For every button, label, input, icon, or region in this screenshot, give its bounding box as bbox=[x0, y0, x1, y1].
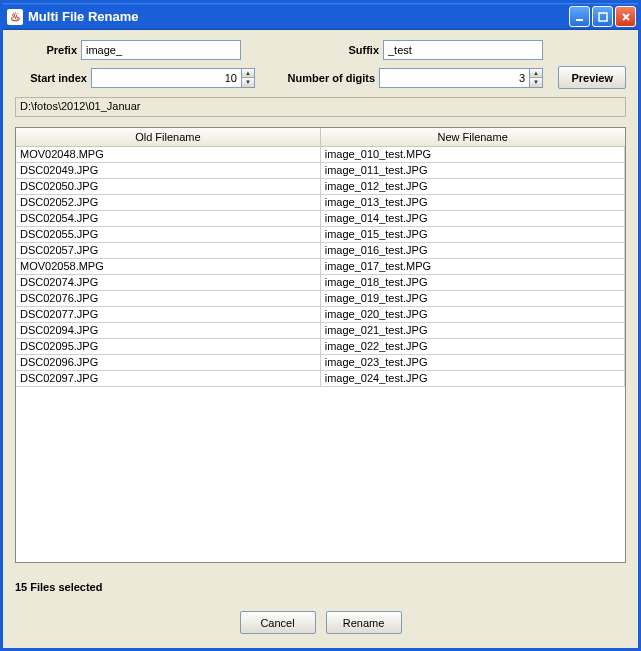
rename-button[interactable]: Rename bbox=[326, 611, 402, 634]
col-old-filename[interactable]: Old Filename bbox=[16, 128, 320, 146]
cell-new-filename: image_018_test.JPG bbox=[320, 274, 624, 290]
cell-old-filename: DSC02094.JPG bbox=[16, 322, 320, 338]
table-row[interactable]: DSC02077.JPGimage_020_test.JPG bbox=[16, 306, 625, 322]
table-row[interactable]: DSC02096.JPGimage_023_test.JPG bbox=[16, 354, 625, 370]
cell-new-filename: image_010_test.MPG bbox=[320, 146, 624, 162]
spinner-down-icon[interactable]: ▼ bbox=[530, 78, 542, 87]
col-new-filename[interactable]: New Filename bbox=[320, 128, 624, 146]
cell-old-filename: DSC02052.JPG bbox=[16, 194, 320, 210]
table-row[interactable]: DSC02095.JPGimage_022_test.JPG bbox=[16, 338, 625, 354]
svg-rect-1 bbox=[599, 13, 607, 21]
start-index-spinner[interactable]: ▲ ▼ bbox=[91, 68, 255, 88]
spinner-up-icon[interactable]: ▲ bbox=[242, 69, 254, 79]
cell-old-filename: DSC02054.JPG bbox=[16, 210, 320, 226]
digits-label: Number of digits bbox=[275, 72, 375, 84]
cell-old-filename: DSC02049.JPG bbox=[16, 162, 320, 178]
table-row[interactable]: DSC02052.JPGimage_013_test.JPG bbox=[16, 194, 625, 210]
spinner-up-icon[interactable]: ▲ bbox=[530, 69, 542, 79]
app-window: ♨ Multi File Rename Prefix Suffix Start … bbox=[0, 0, 641, 651]
table-row[interactable]: DSC02050.JPGimage_012_test.JPG bbox=[16, 178, 625, 194]
status-text: 15 Files selected bbox=[15, 581, 626, 593]
table-row[interactable]: DSC02097.JPGimage_024_test.JPG bbox=[16, 370, 625, 386]
cell-new-filename: image_024_test.JPG bbox=[320, 370, 624, 386]
start-index-input[interactable] bbox=[91, 68, 241, 88]
titlebar[interactable]: ♨ Multi File Rename bbox=[3, 3, 638, 30]
table-row[interactable]: DSC02074.JPGimage_018_test.JPG bbox=[16, 274, 625, 290]
close-button[interactable] bbox=[615, 6, 636, 27]
minimize-icon bbox=[575, 12, 585, 22]
window-title: Multi File Rename bbox=[28, 9, 567, 24]
cell-new-filename: image_017_test.MPG bbox=[320, 258, 624, 274]
digits-spinner[interactable]: ▲ ▼ bbox=[379, 68, 543, 88]
cell-new-filename: image_022_test.JPG bbox=[320, 338, 624, 354]
svg-rect-0 bbox=[576, 19, 583, 21]
cell-new-filename: image_021_test.JPG bbox=[320, 322, 624, 338]
cell-new-filename: image_013_test.JPG bbox=[320, 194, 624, 210]
cell-new-filename: image_020_test.JPG bbox=[320, 306, 624, 322]
close-icon bbox=[621, 12, 631, 22]
table-row[interactable]: DSC02055.JPGimage_015_test.JPG bbox=[16, 226, 625, 242]
table-row[interactable]: DSC02054.JPGimage_014_test.JPG bbox=[16, 210, 625, 226]
prefix-input[interactable] bbox=[81, 40, 241, 60]
cell-old-filename: DSC02076.JPG bbox=[16, 290, 320, 306]
file-table: Old Filename New Filename MOV02048.MPGim… bbox=[15, 127, 626, 563]
suffix-input[interactable] bbox=[383, 40, 543, 60]
cell-new-filename: image_023_test.JPG bbox=[320, 354, 624, 370]
table-row[interactable]: MOV02048.MPGimage_010_test.MPG bbox=[16, 146, 625, 162]
cell-old-filename: DSC02055.JPG bbox=[16, 226, 320, 242]
maximize-icon bbox=[598, 12, 608, 22]
preview-button[interactable]: Preview bbox=[558, 66, 626, 89]
start-index-label: Start index bbox=[15, 72, 87, 84]
minimize-button[interactable] bbox=[569, 6, 590, 27]
table-row[interactable]: MOV02058.MPGimage_017_test.MPG bbox=[16, 258, 625, 274]
cell-old-filename: DSC02096.JPG bbox=[16, 354, 320, 370]
cell-new-filename: image_019_test.JPG bbox=[320, 290, 624, 306]
cell-new-filename: image_016_test.JPG bbox=[320, 242, 624, 258]
cell-old-filename: DSC02097.JPG bbox=[16, 370, 320, 386]
cancel-button[interactable]: Cancel bbox=[240, 611, 316, 634]
cell-old-filename: DSC02095.JPG bbox=[16, 338, 320, 354]
cell-old-filename: DSC02057.JPG bbox=[16, 242, 320, 258]
path-display: D:\fotos\2012\01_Januar bbox=[15, 97, 626, 117]
prefix-label: Prefix bbox=[15, 44, 77, 56]
table-row[interactable]: DSC02049.JPGimage_011_test.JPG bbox=[16, 162, 625, 178]
content-area: Prefix Suffix Start index ▲ ▼ Number of … bbox=[3, 30, 638, 648]
cell-new-filename: image_012_test.JPG bbox=[320, 178, 624, 194]
cell-old-filename: MOV02048.MPG bbox=[16, 146, 320, 162]
cell-old-filename: DSC02077.JPG bbox=[16, 306, 320, 322]
cell-new-filename: image_014_test.JPG bbox=[320, 210, 624, 226]
java-icon: ♨ bbox=[7, 9, 23, 25]
cell-new-filename: image_011_test.JPG bbox=[320, 162, 624, 178]
table-row[interactable]: DSC02076.JPGimage_019_test.JPG bbox=[16, 290, 625, 306]
table-row[interactable]: DSC02057.JPGimage_016_test.JPG bbox=[16, 242, 625, 258]
spinner-down-icon[interactable]: ▼ bbox=[242, 78, 254, 87]
cell-new-filename: image_015_test.JPG bbox=[320, 226, 624, 242]
maximize-button[interactable] bbox=[592, 6, 613, 27]
cell-old-filename: MOV02058.MPG bbox=[16, 258, 320, 274]
cell-old-filename: DSC02050.JPG bbox=[16, 178, 320, 194]
table-row[interactable]: DSC02094.JPGimage_021_test.JPG bbox=[16, 322, 625, 338]
cell-old-filename: DSC02074.JPG bbox=[16, 274, 320, 290]
suffix-label: Suffix bbox=[319, 44, 379, 56]
digits-input[interactable] bbox=[379, 68, 529, 88]
